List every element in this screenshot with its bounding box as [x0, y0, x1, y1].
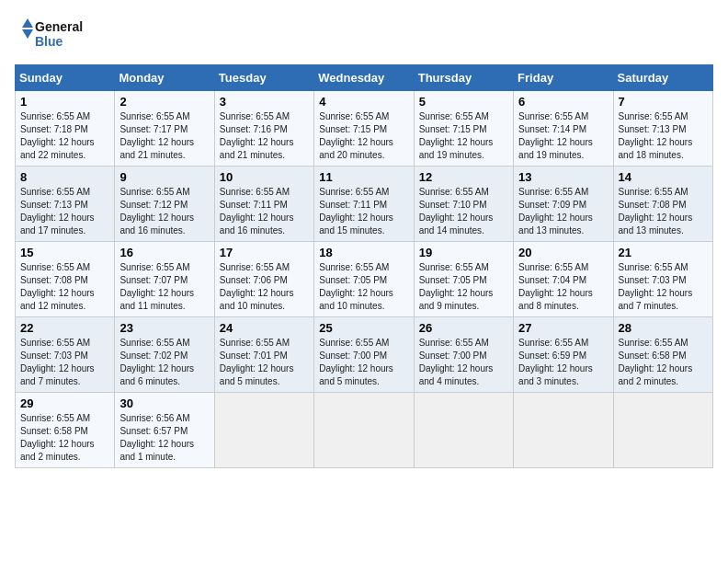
day-info: Sunrise: 6:55 AM Sunset: 6:58 PM Dayligh…	[619, 337, 708, 388]
calendar-cell	[613, 393, 712, 468]
calendar-cell: 23Sunrise: 6:55 AM Sunset: 7:02 PM Dayli…	[115, 317, 214, 393]
day-info: Sunrise: 6:55 AM Sunset: 7:03 PM Dayligh…	[619, 261, 708, 313]
day-number: 27	[518, 321, 608, 335]
day-number: 19	[419, 246, 508, 259]
logo: General Blue	[15, 15, 97, 55]
calendar-cell: 17Sunrise: 6:55 AM Sunset: 7:06 PM Dayli…	[214, 242, 313, 317]
day-number: 23	[119, 321, 209, 335]
day-number: 9	[119, 170, 209, 184]
calendar-cell: 28Sunrise: 6:55 AM Sunset: 6:58 PM Dayli…	[613, 317, 712, 393]
calendar-cell: 19Sunrise: 6:55 AM Sunset: 7:05 PM Dayli…	[414, 242, 513, 317]
day-info: Sunrise: 6:55 AM Sunset: 6:59 PM Dayligh…	[518, 337, 608, 388]
svg-marker-3	[22, 29, 33, 39]
day-number: 5	[419, 95, 508, 109]
day-number: 12	[419, 170, 508, 184]
calendar-cell: 18Sunrise: 6:55 AM Sunset: 7:05 PM Dayli…	[314, 242, 414, 317]
calendar-header: SundayMondayTuesdayWednesdayThursdayFrid…	[16, 65, 713, 91]
day-info: Sunrise: 6:55 AM Sunset: 7:02 PM Dayligh…	[119, 337, 209, 388]
calendar-cell: 30Sunrise: 6:56 AM Sunset: 6:57 PM Dayli…	[115, 393, 214, 468]
day-info: Sunrise: 6:55 AM Sunset: 7:11 PM Dayligh…	[319, 186, 408, 237]
day-info: Sunrise: 6:55 AM Sunset: 7:07 PM Dayligh…	[119, 261, 209, 313]
day-info: Sunrise: 6:55 AM Sunset: 7:08 PM Dayligh…	[619, 186, 708, 237]
calendar-cell: 15Sunrise: 6:55 AM Sunset: 7:08 PM Dayli…	[16, 242, 115, 317]
day-number: 22	[20, 321, 109, 335]
calendar-cell: 24Sunrise: 6:55 AM Sunset: 7:01 PM Dayli…	[214, 317, 313, 393]
calendar-cell: 16Sunrise: 6:55 AM Sunset: 7:07 PM Dayli…	[115, 242, 214, 317]
calendar-cell: 11Sunrise: 6:55 AM Sunset: 7:11 PM Dayli…	[314, 167, 414, 242]
calendar-cell: 12Sunrise: 6:55 AM Sunset: 7:10 PM Dayli…	[414, 167, 513, 242]
day-number: 17	[220, 246, 309, 259]
calendar-cell	[214, 393, 313, 468]
day-number: 26	[419, 321, 508, 335]
day-info: Sunrise: 6:55 AM Sunset: 7:08 PM Dayligh…	[20, 261, 109, 313]
day-info: Sunrise: 6:55 AM Sunset: 6:58 PM Dayligh…	[20, 412, 109, 464]
calendar-cell: 2Sunrise: 6:55 AM Sunset: 7:17 PM Daylig…	[115, 91, 214, 167]
calendar-cell: 29Sunrise: 6:55 AM Sunset: 6:58 PM Dayli…	[16, 393, 115, 468]
calendar-body: 1Sunrise: 6:55 AM Sunset: 7:18 PM Daylig…	[16, 91, 713, 468]
header-row: SundayMondayTuesdayWednesdayThursdayFrid…	[16, 65, 713, 91]
day-number: 24	[220, 321, 309, 335]
day-info: Sunrise: 6:55 AM Sunset: 7:05 PM Dayligh…	[419, 261, 508, 313]
calendar-table: SundayMondayTuesdayWednesdayThursdayFrid…	[15, 64, 713, 468]
day-info: Sunrise: 6:55 AM Sunset: 7:14 PM Dayligh…	[518, 110, 608, 162]
week-row-4: 22Sunrise: 6:55 AM Sunset: 7:03 PM Dayli…	[16, 317, 713, 393]
day-info: Sunrise: 6:55 AM Sunset: 7:09 PM Dayligh…	[518, 186, 608, 237]
day-number: 21	[619, 246, 708, 259]
day-number: 28	[619, 321, 708, 335]
calendar-cell: 5Sunrise: 6:55 AM Sunset: 7:15 PM Daylig…	[414, 91, 513, 167]
day-number: 3	[220, 95, 309, 109]
day-number: 4	[319, 95, 408, 109]
day-info: Sunrise: 6:55 AM Sunset: 7:05 PM Dayligh…	[319, 261, 408, 313]
calendar-cell: 7Sunrise: 6:55 AM Sunset: 7:13 PM Daylig…	[613, 91, 712, 167]
svg-text:Blue: Blue	[35, 34, 63, 49]
day-info: Sunrise: 6:55 AM Sunset: 7:11 PM Dayligh…	[220, 186, 309, 237]
day-number: 8	[20, 170, 109, 184]
col-header-wednesday: Wednesday	[314, 65, 414, 91]
day-number: 29	[20, 396, 109, 410]
day-number: 10	[220, 170, 309, 184]
calendar-cell: 21Sunrise: 6:55 AM Sunset: 7:03 PM Dayli…	[613, 242, 712, 317]
day-info: Sunrise: 6:55 AM Sunset: 7:01 PM Dayligh…	[220, 337, 309, 388]
col-header-monday: Monday	[115, 65, 214, 91]
day-info: Sunrise: 6:55 AM Sunset: 7:00 PM Dayligh…	[319, 337, 408, 388]
day-number: 13	[518, 170, 608, 184]
day-number: 25	[319, 321, 408, 335]
col-header-friday: Friday	[514, 65, 613, 91]
col-header-thursday: Thursday	[414, 65, 513, 91]
calendar-cell: 1Sunrise: 6:55 AM Sunset: 7:18 PM Daylig…	[16, 91, 115, 167]
day-info: Sunrise: 6:55 AM Sunset: 7:03 PM Dayligh…	[20, 337, 109, 388]
day-number: 2	[119, 95, 209, 109]
day-number: 1	[20, 95, 109, 109]
day-number: 7	[619, 95, 708, 109]
day-info: Sunrise: 6:55 AM Sunset: 7:04 PM Dayligh…	[518, 261, 608, 313]
calendar-cell: 9Sunrise: 6:55 AM Sunset: 7:12 PM Daylig…	[115, 167, 214, 242]
calendar-cell: 3Sunrise: 6:55 AM Sunset: 7:16 PM Daylig…	[214, 91, 313, 167]
col-header-tuesday: Tuesday	[214, 65, 313, 91]
week-row-5: 29Sunrise: 6:55 AM Sunset: 6:58 PM Dayli…	[16, 393, 713, 468]
calendar-cell: 14Sunrise: 6:55 AM Sunset: 7:08 PM Dayli…	[613, 167, 712, 242]
day-info: Sunrise: 6:55 AM Sunset: 7:18 PM Dayligh…	[20, 110, 109, 162]
calendar-cell: 25Sunrise: 6:55 AM Sunset: 7:00 PM Dayli…	[314, 317, 414, 393]
day-number: 15	[20, 246, 109, 259]
week-row-1: 1Sunrise: 6:55 AM Sunset: 7:18 PM Daylig…	[16, 91, 713, 167]
week-row-3: 15Sunrise: 6:55 AM Sunset: 7:08 PM Dayli…	[16, 242, 713, 317]
calendar-cell: 27Sunrise: 6:55 AM Sunset: 6:59 PM Dayli…	[514, 317, 613, 393]
day-number: 18	[319, 246, 408, 259]
svg-text:General: General	[35, 19, 83, 34]
calendar-cell: 26Sunrise: 6:55 AM Sunset: 7:00 PM Dayli…	[414, 317, 513, 393]
svg-marker-2	[22, 18, 33, 28]
calendar-cell: 8Sunrise: 6:55 AM Sunset: 7:13 PM Daylig…	[16, 167, 115, 242]
day-number: 20	[518, 246, 608, 259]
day-info: Sunrise: 6:55 AM Sunset: 7:10 PM Dayligh…	[419, 186, 508, 237]
logo-svg: General Blue	[15, 15, 97, 55]
calendar-cell: 13Sunrise: 6:55 AM Sunset: 7:09 PM Dayli…	[514, 167, 613, 242]
calendar-cell	[414, 393, 513, 468]
day-number: 16	[119, 246, 209, 259]
day-info: Sunrise: 6:56 AM Sunset: 6:57 PM Dayligh…	[119, 412, 209, 464]
calendar-cell: 4Sunrise: 6:55 AM Sunset: 7:15 PM Daylig…	[314, 91, 414, 167]
day-number: 30	[119, 396, 209, 410]
calendar-cell: 22Sunrise: 6:55 AM Sunset: 7:03 PM Dayli…	[16, 317, 115, 393]
day-info: Sunrise: 6:55 AM Sunset: 7:13 PM Dayligh…	[20, 186, 109, 237]
day-number: 6	[518, 95, 608, 109]
day-info: Sunrise: 6:55 AM Sunset: 7:15 PM Dayligh…	[419, 110, 508, 162]
